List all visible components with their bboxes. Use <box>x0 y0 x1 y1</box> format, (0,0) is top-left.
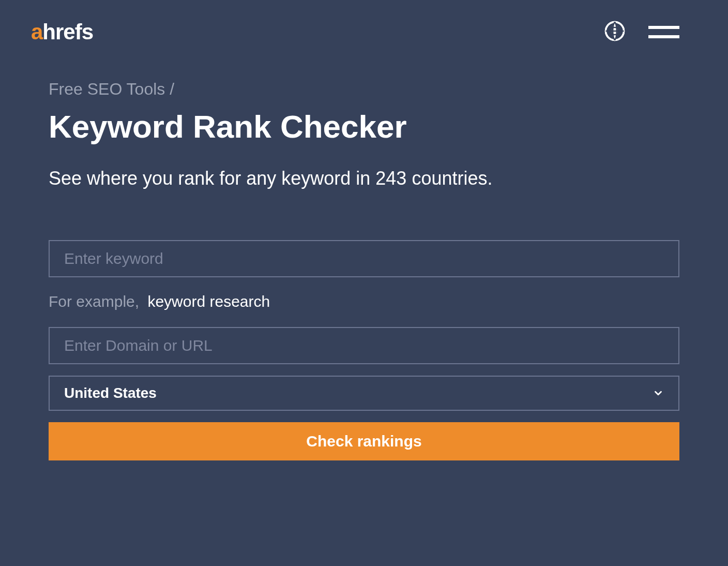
country-select-value: United States <box>64 385 157 401</box>
header-right <box>604 20 679 44</box>
header: ahrefs <box>8 0 720 64</box>
country-select[interactable]: United States <box>49 376 679 411</box>
logo-letter-a: a <box>31 20 42 44</box>
keyword-input[interactable] <box>49 240 679 277</box>
domain-input[interactable] <box>49 327 679 364</box>
logo[interactable]: ahrefs <box>31 20 93 44</box>
example-value[interactable]: keyword research <box>147 293 270 310</box>
logo-hrefs: hrefs <box>42 20 93 44</box>
subtitle: See where you rank for any keyword in 24… <box>49 165 679 192</box>
hamburger-line <box>648 35 679 38</box>
chevron-down-icon <box>653 388 664 399</box>
example-label: For example, <box>49 293 139 310</box>
example-text: For example, keyword research <box>49 293 679 310</box>
check-rankings-button[interactable]: Check rankings <box>49 422 679 460</box>
hamburger-line <box>648 26 679 29</box>
page-title: Keyword Rank Checker <box>49 108 679 145</box>
globe-icon[interactable] <box>604 20 626 44</box>
breadcrumb[interactable]: Free SEO Tools / <box>49 80 679 99</box>
menu-icon[interactable] <box>648 26 679 38</box>
main-content: Free SEO Tools / Keyword Rank Checker Se… <box>8 64 720 460</box>
